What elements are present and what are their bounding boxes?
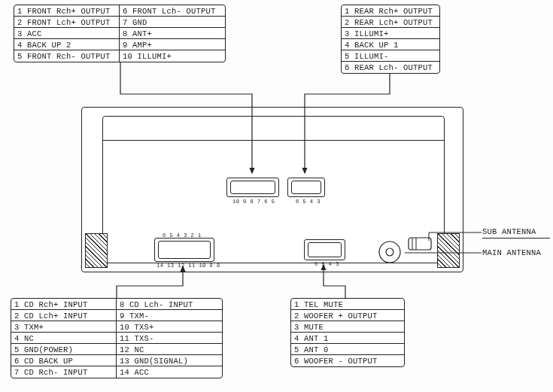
pin-label: 11 TXS- <box>117 333 222 344</box>
pin-label: 7 CD Rch- INPUT <box>11 366 116 378</box>
pin-label: 12 NC <box>117 344 222 355</box>
connector-nums: 14 13 12 11 10 9 8 <box>156 263 220 269</box>
pin-label: 2 REAR Lch+ OUTPUT <box>342 17 439 28</box>
pin-label: 4 NC <box>11 333 116 344</box>
pin-label: 9 AMP+ <box>120 39 225 50</box>
pin-label: 3 MUTE <box>291 321 404 333</box>
pin-label: 4 BACK UP 1 <box>342 39 439 50</box>
sub-antenna-label: SUB ANTENNA <box>482 227 536 236</box>
connector-bottom-left-inner <box>158 241 211 259</box>
connector-top-left-inner <box>230 181 275 194</box>
pin-label: 3 ACC <box>14 28 119 39</box>
pin-label: 10 ILLUMI+ <box>120 50 225 62</box>
divider <box>482 238 550 239</box>
connector-nums: 6 5 4 3 2 1 <box>163 232 202 239</box>
pin-table-bottom-left: 1 CD Rch+ INPUT 2 CD Lch+ INPUT 3 TXM+ 4… <box>11 298 223 378</box>
pin-label: 1 CD Rch+ INPUT <box>11 299 116 310</box>
pin-label: 8 ANT+ <box>120 28 225 39</box>
main-antenna-label: MAIN ANTENNA <box>482 248 541 257</box>
connector-nums: 6 5 4 3 <box>296 199 321 205</box>
pin-label: 1 FRONT Rch+ OUTPUT <box>14 5 119 17</box>
pin-label: 14 ACC <box>117 366 222 378</box>
pin-label: 2 CD Lch+ INPUT <box>11 310 116 321</box>
mount-left <box>85 233 108 268</box>
pin-label: 5 FRONT Rch- OUTPUT <box>14 50 119 62</box>
svg-point-1 <box>386 248 393 256</box>
pin-table-top-left: 1 FRONT Rch+ OUTPUT 2 FRONT Lch+ OUTPUT … <box>14 5 226 62</box>
connector-nums: 6 5 4 3 <box>314 261 339 267</box>
pin-label: 6 FRONT Lch- OUTPUT <box>120 5 225 17</box>
divider <box>102 140 445 141</box>
pin-label: 5 GND(POWER) <box>11 344 116 355</box>
svg-point-0 <box>379 242 400 263</box>
connector-top-right-inner <box>291 181 321 194</box>
pin-label: 5 ANT 0 <box>291 344 404 355</box>
pin-label: 7 GND <box>120 17 225 28</box>
connector-nums: 10 9 8 7 6 5 <box>232 199 275 205</box>
connector-bottom-right-inner <box>308 242 342 257</box>
pin-label: 1 TEL MUTE <box>291 299 404 310</box>
pin-label: 1 REAR Rch+ OUTPUT <box>342 5 439 17</box>
pin-label: 2 WOOFER + OUTPUT <box>291 310 404 321</box>
pin-label: 10 TXS+ <box>117 321 222 333</box>
pin-table-top-right: 1 REAR Rch+ OUTPUT 2 REAR Lch+ OUTPUT 3 … <box>341 5 440 74</box>
sub-antenna-jack <box>406 236 433 252</box>
pin-label: 8 CD Lch- INPUT <box>117 299 222 310</box>
pin-label: 3 TXM+ <box>11 321 116 333</box>
pin-label: 2 FRONT Lch+ OUTPUT <box>14 17 119 28</box>
pin-label: 4 ANT 1 <box>291 333 404 344</box>
pin-label: 4 BACK UP 2 <box>14 39 119 50</box>
diagram-stage: 1 FRONT Rch+ OUTPUT 2 FRONT Lch+ OUTPUT … <box>0 0 553 392</box>
mount-right <box>437 233 460 268</box>
pin-label: 6 WOOFER - OUTPUT <box>291 355 404 366</box>
pin-label: 13 GND(SIGNAL) <box>117 355 222 366</box>
pin-label: 6 REAR Lch- OUTPUT <box>342 62 439 73</box>
pin-label: 6 CD BACK UP <box>11 355 116 366</box>
pin-label: 9 TXM- <box>117 310 222 321</box>
pin-label: 3 ILLUMI+ <box>342 28 439 39</box>
main-antenna-jack <box>375 237 405 267</box>
pin-table-bottom-right: 1 TEL MUTE 2 WOOFER + OUTPUT 3 MUTE 4 AN… <box>290 298 405 367</box>
pin-label: 5 ILLUMI- <box>342 50 439 62</box>
